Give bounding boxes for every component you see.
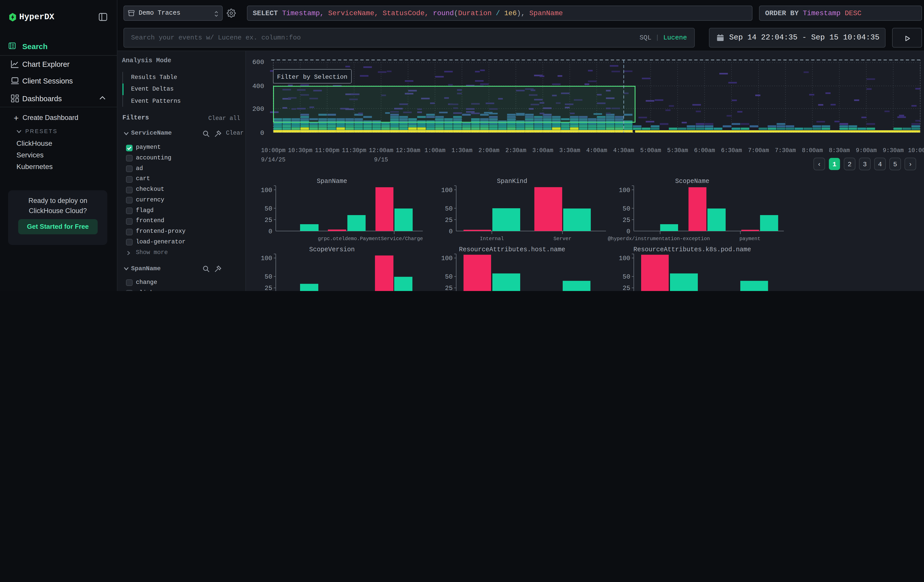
svg-text:50: 50 — [623, 273, 630, 280]
svg-text:100: 100 — [441, 255, 453, 262]
svg-text:›: › — [908, 161, 912, 168]
svg-text:50: 50 — [265, 205, 272, 213]
svg-text:8:30am: 8:30am — [829, 147, 850, 154]
svg-text:1:00am: 1:00am — [424, 147, 446, 154]
svg-text:3:00am: 3:00am — [532, 147, 553, 154]
svg-text:@hyperdx/instrumentation-excep: @hyperdx/instrumentation-exception — [608, 236, 710, 242]
svg-text:4:30am: 4:30am — [613, 147, 634, 154]
svg-text:4: 4 — [878, 161, 882, 168]
svg-text:0: 0 — [627, 228, 630, 235]
svg-text:2:00am: 2:00am — [478, 147, 500, 154]
svg-text:2:30am: 2:30am — [505, 147, 526, 154]
svg-text:100: 100 — [261, 255, 272, 262]
svg-text:10:30pm: 10:30pm — [288, 147, 312, 154]
svg-text:1: 1 — [832, 161, 837, 168]
svg-text:payment: payment — [739, 236, 760, 242]
svg-text:7:00am: 7:00am — [748, 147, 769, 154]
svg-text:5:00am: 5:00am — [640, 147, 661, 154]
svg-text:25: 25 — [445, 285, 453, 291]
svg-text:SpanName: SpanName — [317, 178, 347, 185]
svg-text:25: 25 — [623, 217, 630, 224]
svg-text:8:00am: 8:00am — [802, 147, 823, 154]
svg-text:11:00pm: 11:00pm — [315, 147, 340, 154]
svg-text:6:00am: 6:00am — [694, 147, 715, 154]
svg-text:11:30pm: 11:30pm — [342, 147, 366, 154]
svg-text:25: 25 — [265, 217, 272, 224]
svg-text:9:30am: 9:30am — [883, 147, 904, 154]
svg-text:4:00am: 4:00am — [586, 147, 607, 154]
svg-text:200: 200 — [252, 105, 264, 113]
svg-text:ResourceAttributes.host.name: ResourceAttributes.host.name — [459, 246, 565, 253]
svg-text:9/14/25: 9/14/25 — [261, 157, 285, 163]
svg-text:0: 0 — [449, 228, 453, 235]
svg-text:10:00am: 10:00am — [908, 147, 924, 154]
svg-text:25: 25 — [623, 285, 630, 291]
svg-text:2: 2 — [848, 161, 851, 168]
svg-text:25: 25 — [445, 217, 453, 224]
svg-text:10:00pm: 10:00pm — [261, 147, 285, 154]
svg-text:1:30am: 1:30am — [451, 147, 472, 154]
svg-text:0: 0 — [269, 228, 272, 235]
svg-text:0: 0 — [260, 129, 264, 137]
svg-text:9:00am: 9:00am — [856, 147, 877, 154]
svg-text:Internal: Internal — [480, 236, 504, 242]
svg-text:Filter by Selection: Filter by Selection — [277, 74, 347, 81]
svg-text:3: 3 — [863, 161, 867, 168]
svg-text:3:30am: 3:30am — [559, 147, 581, 154]
svg-text:grpc.oteldemo.PaymentService/C: grpc.oteldemo.PaymentService/Charge — [318, 236, 423, 242]
svg-text:50: 50 — [265, 273, 272, 280]
svg-text:6:30am: 6:30am — [721, 147, 742, 154]
svg-text:600: 600 — [252, 58, 264, 66]
svg-text:100: 100 — [441, 187, 453, 194]
svg-text:5:30am: 5:30am — [667, 147, 688, 154]
svg-text:12:00am: 12:00am — [369, 147, 393, 154]
svg-text:5: 5 — [893, 161, 897, 168]
svg-text:100: 100 — [619, 255, 630, 262]
svg-text:100: 100 — [261, 187, 272, 194]
svg-text:25: 25 — [265, 285, 272, 291]
svg-text:50: 50 — [445, 273, 453, 280]
svg-text:12:30am: 12:30am — [396, 147, 420, 154]
svg-text:SpanKind: SpanKind — [497, 178, 527, 185]
svg-text:Server: Server — [553, 236, 571, 242]
svg-text:ScopeName: ScopeName — [675, 178, 709, 185]
svg-text:100: 100 — [619, 187, 630, 194]
svg-text:9/15: 9/15 — [374, 157, 388, 163]
svg-text:ResourceAttributes.k8s.pod.nam: ResourceAttributes.k8s.pod.name — [633, 246, 751, 253]
svg-text:50: 50 — [445, 205, 453, 213]
svg-text:400: 400 — [252, 82, 264, 90]
svg-text:‹: ‹ — [817, 161, 821, 168]
svg-text:ScopeVersion: ScopeVersion — [309, 246, 355, 253]
svg-text:50: 50 — [623, 205, 630, 213]
svg-text:7:30am: 7:30am — [775, 147, 796, 154]
